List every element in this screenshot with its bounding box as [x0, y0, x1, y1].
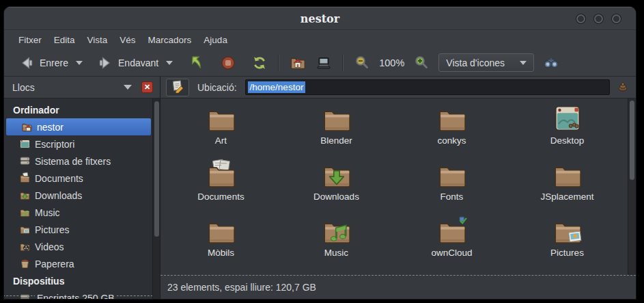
location-input[interactable]: /home/nestor [245, 79, 610, 95]
file-manager-window: nestor FitxerEditaVistaVésMarcadorsAjuda… [4, 7, 636, 299]
folder-downloads-icon [321, 159, 352, 190]
sidebar-row[interactable]: Videos [4, 238, 151, 255]
up-button[interactable] [184, 52, 210, 74]
zoom-in-icon [413, 55, 430, 71]
home-folder-icon [290, 55, 306, 71]
file-item[interactable]: ownCloud [394, 215, 509, 271]
trash-icon [19, 258, 31, 269]
back-history-dropdown-icon[interactable] [76, 61, 83, 65]
zoom-out-button[interactable] [349, 52, 375, 74]
folder-music-icon [321, 215, 352, 246]
content-area: Ordinador nestor Escriptori [4, 98, 636, 299]
file-item[interactable]: Downloads [279, 159, 394, 215]
reload-icon [251, 55, 268, 71]
sidebar-title: Llocs [12, 82, 35, 93]
sidebar-row[interactable]: Paperera [4, 255, 151, 272]
search-button[interactable] [538, 52, 564, 74]
stop-button[interactable] [215, 52, 241, 74]
sidebar-row[interactable]: Sistema de fitxers [4, 153, 151, 170]
sidebar-header: Llocs ✕ [4, 77, 160, 98]
desktop-sm-icon [19, 138, 31, 150]
sidebar-scrollbar[interactable] [152, 98, 160, 299]
folder-documents-icon [206, 159, 237, 190]
drive-icon [19, 292, 31, 299]
sidebar-row[interactable]: Ordinador [4, 101, 151, 118]
zoom-out-icon [354, 55, 370, 71]
stop-icon [220, 55, 236, 71]
window-title: nestor [4, 12, 636, 25]
sidebar-close-icon[interactable]: ✕ [141, 81, 153, 93]
view-scrollbar[interactable] [628, 98, 636, 275]
path-row: Llocs ✕ Ubicació: /home/nestor [4, 77, 636, 98]
file-item[interactable]: Documents [163, 159, 279, 215]
back-label: Enrere [40, 57, 68, 68]
folder-downloads-sm-icon [19, 189, 31, 201]
folder-icon [436, 103, 468, 134]
file-item[interactable]: Desktop [509, 103, 625, 159]
file-item[interactable]: Blender [279, 103, 394, 159]
forward-button[interactable]: Endavant [92, 52, 163, 74]
location-label: Ubicació: [197, 82, 237, 93]
menu-item[interactable]: Ajuda [197, 33, 234, 47]
view-scrollbar-thumb[interactable] [630, 101, 634, 180]
places-sidebar: Ordinador nestor Escriptori [4, 98, 160, 299]
folder-icon [206, 215, 237, 246]
titlebar[interactable]: nestor [4, 7, 636, 30]
sidebar-row[interactable]: Dispositius [4, 272, 151, 289]
folder-icon [321, 103, 352, 134]
back-button[interactable]: Enrere [14, 52, 73, 74]
menu-item[interactable]: Edita [48, 33, 81, 47]
sidebar-row[interactable]: Pictures [4, 221, 151, 238]
folder-music-sm-icon [19, 207, 31, 218]
home-folder-icon [21, 121, 33, 133]
status-text: 23 elements, espai lliure: 120,7 GB [167, 282, 316, 293]
sidebar-row[interactable]: Downloads [4, 187, 151, 204]
menubar: FitxerEditaVistaVésMarcadorsAjuda [4, 30, 636, 49]
file-item[interactable]: Art [163, 103, 279, 159]
reload-button[interactable] [247, 52, 272, 74]
folder-icon [206, 103, 237, 134]
forward-history-dropdown-icon[interactable] [166, 61, 173, 65]
icon-grid[interactable]: Art Blender conkys [160, 98, 636, 275]
zoom-level: 100% [375, 57, 408, 68]
view-mode-select[interactable]: Vista d'icones [438, 53, 534, 72]
binoculars-icon [543, 55, 559, 71]
sidebar-pane-dropdown-icon[interactable] [124, 85, 132, 90]
toolbar-separator [342, 55, 344, 71]
menu-item[interactable]: Marcadors [142, 33, 198, 47]
folder-pictures-icon [552, 215, 583, 246]
folder-documents-sm-icon [19, 172, 31, 184]
file-item[interactable]: JSplacement [509, 159, 625, 215]
file-item[interactable]: Pictures [509, 215, 625, 271]
file-item[interactable]: conkys [394, 103, 509, 159]
sidebar-row[interactable]: Music [4, 204, 151, 221]
toolbar: Enrere Endavant 100% [4, 49, 636, 77]
computer-button[interactable] [311, 52, 337, 74]
minimize-button[interactable] [576, 14, 585, 23]
location-edit-toggle[interactable] [166, 79, 189, 96]
zoom-in-button[interactable] [408, 52, 434, 74]
file-view: Art Blender conkys [160, 98, 636, 299]
sidebar-scrollbar-thumb[interactable] [154, 101, 159, 237]
go-button[interactable] [615, 80, 630, 95]
menu-item[interactable]: Fitxer [12, 33, 48, 47]
forward-label: Endavant [118, 57, 158, 68]
view-mode-label: Vista d'icones [446, 57, 505, 68]
sidebar-row[interactable]: Documents [4, 170, 151, 187]
file-item[interactable]: Fonts [394, 159, 509, 215]
close-button[interactable] [612, 14, 621, 23]
folder-owncloud-icon [436, 215, 468, 246]
sidebar-row[interactable]: Encriptats 250 GB [4, 289, 151, 299]
location-bar: Ubicació: /home/nestor [160, 77, 636, 98]
file-item[interactable]: Music [279, 215, 394, 271]
file-item[interactable]: Mòbils [163, 215, 279, 271]
maximize-button[interactable] [594, 14, 603, 23]
menu-item[interactable]: Vista [81, 33, 114, 47]
statusbar: 23 elements, espai lliure: 120,7 GB [160, 275, 636, 299]
folder-icon [436, 159, 468, 190]
sidebar-row[interactable]: nestor [6, 118, 151, 135]
filesystem-icon [19, 155, 31, 167]
sidebar-row[interactable]: Escriptori [4, 135, 151, 153]
home-button[interactable] [285, 52, 311, 74]
menu-item[interactable]: Vés [113, 33, 141, 47]
